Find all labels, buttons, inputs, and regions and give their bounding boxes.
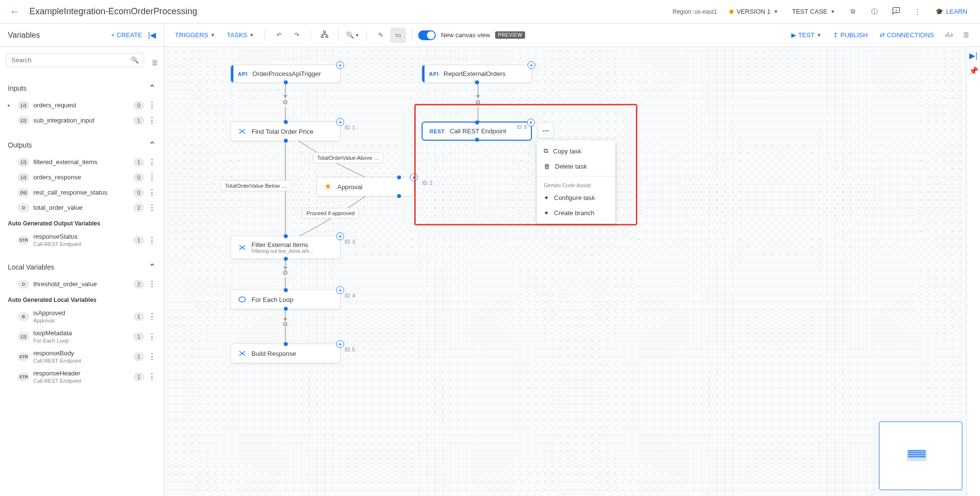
variable-row[interactable]: B isApproved Approval 1 ⋮ (6, 306, 158, 326)
port-dot[interactable] (284, 257, 288, 261)
canvas-toggle[interactable] (418, 30, 436, 40)
add-port-button[interactable]: + (336, 340, 344, 348)
port-dot[interactable] (284, 342, 288, 346)
task-node-filter[interactable]: Filter External Items Filtering out line… (230, 236, 341, 259)
zoom-button[interactable]: 🔍▼ (345, 27, 360, 43)
more-button[interactable]: ⋮ (909, 3, 927, 21)
port-dot[interactable] (475, 121, 479, 124)
menu-button[interactable]: ☰ (958, 27, 974, 43)
search-input[interactable] (11, 56, 131, 64)
variable-row[interactable]: D total_order_value 2 ⋮ (6, 200, 158, 215)
info-button[interactable]: ⓘ (866, 3, 883, 21)
task-node-loop[interactable]: For Each Loop ID: 4 + (230, 290, 341, 309)
variable-row[interactable]: {J} loopMetadata For Each Loop 1 ⋮ (6, 326, 158, 347)
add-port-button[interactable]: + (336, 61, 344, 69)
gear-node[interactable]: ⚙ (280, 319, 290, 329)
port-dot[interactable] (397, 194, 401, 198)
variable-menu-button[interactable]: ⋮ (148, 332, 156, 341)
connections-button[interactable]: ⇄ CONNECTIONS (875, 28, 939, 42)
add-port-button[interactable]: + (336, 286, 344, 294)
variable-row[interactable]: {J} sub_integration_input 1 ⋮ (6, 113, 158, 128)
minimap[interactable] (879, 422, 962, 490)
variable-menu-button[interactable]: ⋮ (148, 157, 156, 167)
feedback-button[interactable] (887, 3, 905, 21)
search-box[interactable]: 🔍 (6, 53, 144, 67)
variable-menu-button[interactable]: ⋮ (148, 203, 156, 212)
variable-row[interactable]: {J} filtered_external_items 1 ⋮ (6, 154, 158, 170)
triggers-dropdown[interactable]: TRIGGERS ▼ (170, 28, 220, 42)
collapse-rail-button[interactable]: ▶| (969, 51, 977, 60)
configure-task-item[interactable]: ✦ Configure task (537, 190, 615, 205)
add-port-button[interactable]: + (336, 118, 344, 126)
variable-row[interactable]: {J} orders_response 0 ⋮ (6, 170, 158, 185)
port-dot[interactable] (284, 80, 288, 84)
trigger-node-report[interactable]: API ReportExternalOrders + (422, 65, 532, 83)
task-node-build-response[interactable]: Build Response ID: 5 + (230, 344, 341, 363)
gear-node[interactable]: ⚙ (280, 97, 290, 107)
delete-task-item[interactable]: 🗑 Delete task (537, 159, 615, 174)
port-dot[interactable] (284, 288, 288, 292)
add-port-button[interactable]: + (528, 61, 535, 69)
variable-menu-button[interactable]: ⋮ (148, 100, 156, 110)
variable-menu-button[interactable]: ⋮ (148, 173, 156, 182)
outputs-section-header[interactable]: Outputs ⌃ (6, 136, 158, 154)
create-branch-item[interactable]: ✦ Create branch (537, 205, 615, 221)
version-dropdown[interactable]: VERSION 1 ▼ (725, 5, 783, 18)
local-section-header[interactable]: Local Variables ⌃ (6, 258, 158, 276)
port-dot[interactable] (284, 139, 288, 143)
metrics-button[interactable] (941, 27, 956, 43)
redo-button[interactable]: ↷ (289, 27, 304, 43)
task-node-rest[interactable]: REST Call REST Endpoint ID: 6 + (422, 122, 532, 141)
variable-menu-button[interactable]: ⋮ (148, 352, 156, 361)
layout-icon (321, 30, 328, 40)
trigger-node-orderprocess[interactable]: API OrderProcessApiTrigger + (230, 65, 341, 83)
variable-menu-button[interactable]: ⋮ (148, 235, 156, 245)
layout-button[interactable] (317, 27, 332, 43)
copy-task-item[interactable]: ⧉ Copy task (537, 143, 615, 159)
test-case-dropdown[interactable]: TEST CASE ▼ (787, 5, 840, 18)
node-menu-button[interactable]: ⋯ (538, 123, 553, 138)
undo-button[interactable]: ↶ (271, 27, 287, 43)
variable-menu-button[interactable]: ⋮ (148, 188, 156, 197)
node-label: Find Total Order Price (251, 128, 313, 135)
pin-button[interactable]: 📌 (969, 66, 979, 75)
variable-row[interactable]: STR responseBody Call REST Endpoint 1 ⋮ (6, 347, 158, 367)
port-dot[interactable] (284, 307, 288, 311)
create-variable-button[interactable]: + CREATE (111, 31, 142, 39)
test-dropdown[interactable]: ▶ TEST ▼ (786, 28, 826, 42)
gear-node[interactable]: ⚙ (473, 97, 483, 107)
variable-menu-button[interactable]: ⋮ (148, 279, 156, 289)
port-dot[interactable] (475, 80, 479, 84)
add-port-button[interactable]: + (410, 174, 418, 181)
variable-row[interactable]: STR responseStatus Call REST Endpoint 1 … (6, 230, 158, 250)
port-dot[interactable] (397, 175, 401, 179)
collapse-sidebar-button[interactable]: |◀ (148, 30, 156, 40)
task-node-find-total[interactable]: Find Total Order Price ID: 1 + (230, 122, 341, 141)
port-dot[interactable] (284, 234, 288, 238)
variable-menu-button[interactable]: ⋮ (148, 372, 156, 381)
node-label: Call REST Endpoint (450, 127, 506, 135)
variable-row[interactable]: STR responseHeader Call REST Endpoint 1 … (6, 367, 158, 387)
port-dot[interactable] (475, 138, 479, 142)
variable-row[interactable]: D threshold_order_value 2 ⋮ (6, 276, 158, 292)
wand-button[interactable]: ✎ (373, 27, 388, 43)
tasks-dropdown[interactable]: TASKS ▼ (222, 28, 259, 42)
publish-button[interactable]: ↥ PUBLISH (828, 28, 873, 42)
learn-button[interactable]: 🎓 LEARN (930, 5, 972, 18)
settings-button[interactable]: ⚙ (844, 3, 862, 21)
canvas[interactable]: API OrderProcessApiTrigger + ⚙ Find Tota… (164, 47, 980, 496)
variable-menu-button[interactable]: ⋮ (148, 312, 156, 321)
fullscreen-button[interactable]: ▭ (390, 27, 406, 43)
back-button[interactable]: ← (8, 4, 22, 19)
variable-menu-button[interactable]: ⋮ (148, 116, 156, 125)
filter-button[interactable]: ☰ (152, 59, 158, 67)
gear-node[interactable]: ⚙ (280, 268, 290, 277)
add-port-button[interactable]: + (527, 119, 535, 126)
port-dot[interactable] (284, 120, 288, 124)
variable-row[interactable]: ▸ {J} orders_request 0 ⋮ (6, 98, 158, 113)
variable-row[interactable]: {N} rest_call_response_status 0 ⋮ (6, 185, 158, 200)
add-port-button[interactable]: + (336, 232, 344, 240)
task-node-approval[interactable]: Approval ID: 2 + (316, 177, 414, 197)
inputs-section-header[interactable]: Inputs ⌃ (6, 79, 158, 98)
expand-icon[interactable]: ▸ (8, 102, 14, 108)
